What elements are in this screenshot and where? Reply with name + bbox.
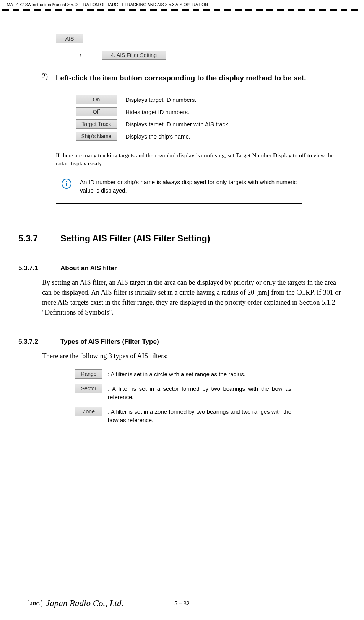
off-button[interactable]: Off	[76, 107, 117, 116]
arrow-right-icon: →	[75, 50, 83, 60]
sector-button[interactable]: Sector	[75, 384, 102, 393]
note-text: If there are many tracking targets and t…	[56, 152, 341, 168]
paragraph-5371: By setting an AIS filter, an AIS target …	[42, 277, 341, 317]
sector-description: : A filter is set in a sector formed by …	[108, 384, 291, 401]
paragraph-5372: There are the following 3 types of AIS f…	[42, 351, 341, 361]
section-title-5372: Types of AIS Filters (Filter Type)	[60, 338, 159, 346]
off-description: : Hides target ID numbers.	[122, 107, 189, 116]
ais-button[interactable]: AIS	[56, 34, 83, 43]
step-text: Left-click the item button corresponding…	[56, 72, 341, 83]
zone-button[interactable]: Zone	[75, 407, 102, 416]
ais-filter-setting-button[interactable]: 4. AIS Filter Setting	[102, 51, 166, 60]
footer: JRC Japan Radio Co., Ltd. 5－32	[0, 599, 364, 609]
zone-description: : A filter is set in a zone formed by tw…	[108, 407, 291, 424]
info-text: An ID number or ship's name is always di…	[80, 178, 297, 195]
step-number: 2)	[42, 72, 56, 83]
range-button[interactable]: Range	[75, 369, 102, 379]
section-number-5372: 5.3.7.2	[18, 338, 60, 346]
info-box: i An ID number or ship's name is always …	[56, 174, 302, 204]
range-description: : A filter is set in a circle with a set…	[108, 369, 291, 379]
on-button[interactable]: On	[76, 95, 117, 104]
section-title-537: Setting AIS Filter (AIS Filter Setting)	[60, 233, 210, 244]
target-track-button[interactable]: Target Track	[76, 119, 117, 129]
ships-name-button[interactable]: Ship's Name	[76, 132, 117, 141]
jrc-logo: JRC	[28, 600, 42, 607]
section-number-5371: 5.3.7.1	[18, 264, 60, 272]
section-title-5371: About an AIS filter	[60, 264, 117, 272]
page-number: 5－32	[174, 600, 190, 608]
company-name: Japan Radio Co., Ltd.	[46, 599, 123, 609]
target-track-description: : Displays target ID number with AIS tra…	[122, 119, 230, 129]
header-breadcrumb: JMA-9172-SA Instruction Manual > 5.OPERA…	[0, 0, 364, 9]
section-number-537: 5.3.7	[18, 233, 60, 244]
on-description: : Displays target ID numbers.	[122, 95, 196, 104]
info-icon: i	[62, 179, 72, 189]
ships-name-description: : Displays the ship's name.	[122, 132, 190, 141]
